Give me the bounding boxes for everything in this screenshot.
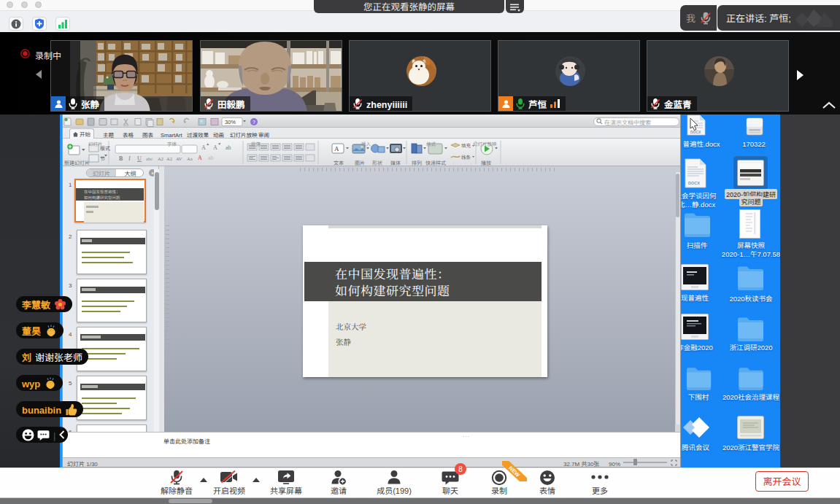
svg-text:30%: 30% bbox=[225, 117, 236, 125]
svg-text:DOCX: DOCX bbox=[688, 180, 700, 186]
svg-text:?: ? bbox=[253, 117, 255, 125]
